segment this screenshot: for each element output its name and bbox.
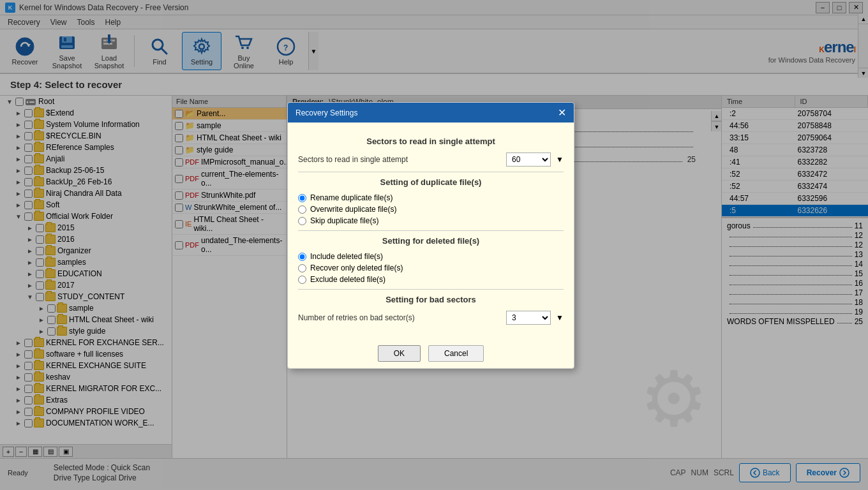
duplicate-radio-group: Rename duplicate file(s) Overwrite dupli… <box>298 193 564 225</box>
bad-sectors-dropdown-arrow: ▼ <box>556 313 564 322</box>
bad-sectors-select[interactable]: 3 1 2 4 5 <box>506 311 551 325</box>
include-deleted-option[interactable]: Include deleted file(s) <box>298 252 564 261</box>
exclude-deleted-option[interactable]: Exclude deleted file(s) <box>298 275 564 284</box>
skip-label: Skip duplicate file(s) <box>310 216 378 225</box>
bad-sectors-row: Number of retries on bad sector(s) 3 1 2… <box>298 311 564 325</box>
divider-3 <box>298 289 564 290</box>
dialog-title-text: Recovery Settings <box>296 108 357 117</box>
sectors-section-title: Sectors to read in single attempt <box>298 137 564 146</box>
exclude-deleted-label: Exclude deleted file(s) <box>310 275 385 284</box>
deleted-section-title: Setting for deleted file(s) <box>298 236 564 246</box>
dialog-overlay: Recovery Settings ✕ Sectors to read in s… <box>0 0 868 490</box>
duplicate-section-title: Setting of duplicate file(s) <box>298 177 564 187</box>
include-deleted-label: Include deleted file(s) <box>310 252 383 261</box>
sectors-select[interactable]: 60 30 90 120 <box>506 152 551 167</box>
sectors-label: Sectors to read in single attempt <box>298 155 501 164</box>
sectors-dropdown-arrow: ▼ <box>556 155 564 164</box>
rename-radio[interactable] <box>298 194 306 202</box>
skip-radio[interactable] <box>298 217 306 225</box>
dialog-close-button[interactable]: ✕ <box>558 107 566 119</box>
dialog-body: Sectors to read in single attempt Sector… <box>288 122 574 339</box>
recover-only-deleted-radio[interactable] <box>298 264 306 272</box>
divider-1 <box>298 172 564 172</box>
dialog-ok-button[interactable]: OK <box>378 345 421 362</box>
dialog-cancel-button[interactable]: Cancel <box>428 345 484 362</box>
bad-sectors-section-title: Setting for bad sectors <box>298 295 564 304</box>
overwrite-label: Overwrite duplicate file(s) <box>310 205 396 214</box>
bad-sectors-label: Number of retries on bad sector(s) <box>298 313 501 322</box>
deleted-radio-group: Include deleted file(s) Recover only del… <box>298 252 564 284</box>
recover-only-deleted-option[interactable]: Recover only deleted file(s) <box>298 264 564 272</box>
dialog-title-bar: Recovery Settings ✕ <box>288 103 574 122</box>
skip-option[interactable]: Skip duplicate file(s) <box>298 216 564 225</box>
exclude-deleted-radio[interactable] <box>298 276 306 284</box>
dialog-footer: OK Cancel <box>288 339 574 368</box>
divider-2 <box>298 230 564 231</box>
rename-option[interactable]: Rename duplicate file(s) <box>298 193 564 202</box>
recover-only-deleted-label: Recover only deleted file(s) <box>310 264 403 272</box>
recovery-settings-dialog: Recovery Settings ✕ Sectors to read in s… <box>287 102 574 369</box>
sectors-row: Sectors to read in single attempt 60 30 … <box>298 152 564 167</box>
overwrite-radio[interactable] <box>298 205 306 214</box>
overwrite-option[interactable]: Overwrite duplicate file(s) <box>298 205 564 214</box>
rename-label: Rename duplicate file(s) <box>310 193 393 202</box>
include-deleted-radio[interactable] <box>298 253 306 261</box>
